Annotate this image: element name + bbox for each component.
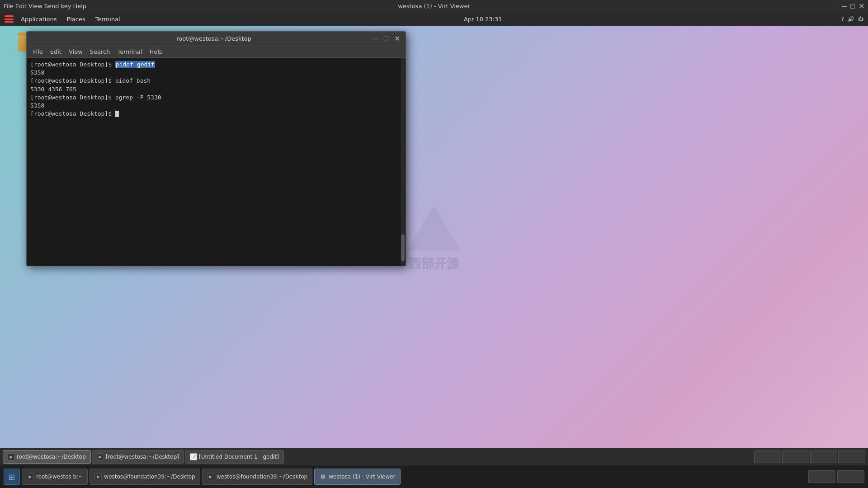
gnome-terminal-menu[interactable]: Terminal [91, 15, 125, 23]
taskbar-terminal2-btn[interactable]: ▶ [root@westosa:~/Desktop] [92, 450, 184, 464]
terminal-maximize-btn[interactable]: □ [381, 34, 391, 44]
taskbar-gedit-icon: 📝 [190, 453, 197, 460]
taskbar-empty3 [810, 450, 837, 463]
sys-virtviewer-icon: 🖥 [319, 473, 326, 480]
taskbar-terminal-label: root@westosa:~/Desktop [17, 454, 86, 460]
window-controls-right: ─ □ ✕ [842, 2, 864, 10]
sys-taskbar-right [808, 470, 864, 483]
gnome-datetime: Apr 10 23:31 [464, 16, 502, 23]
terminal-search-menu[interactable]: Search [86, 47, 114, 56]
window-menu-left: File Edit View Send key Help [4, 3, 86, 9]
terminal-file-menu[interactable]: File [29, 47, 47, 56]
send-key-menu[interactable]: Send key [44, 3, 71, 9]
close-window-btn[interactable]: ✕ [859, 2, 864, 10]
terminal-line-2: 5358 [30, 69, 402, 77]
sys-terminal-icon3: ▶ [207, 473, 214, 480]
gnome-help-icon[interactable]: ? [841, 16, 844, 22]
terminal-close-btn[interactable]: ✕ [392, 34, 402, 44]
watermark: 西部开源 [407, 206, 461, 272]
help-menu[interactable]: Help [73, 3, 86, 9]
gnome-volume-icon[interactable]: 🔊 [848, 16, 854, 22]
file-menu[interactable]: File [4, 3, 14, 9]
sys-taskbar-label1: root@westos b:~ [36, 474, 83, 480]
start-icon: ⊞ [8, 472, 15, 482]
taskbar-terminal-btn[interactable]: ▶ root@westosa:~/Desktop [3, 450, 91, 464]
sys-taskbar-label4: westosa (1) - Virt Viewer [329, 474, 395, 480]
terminal-minimize-btn[interactable]: ─ [370, 34, 380, 44]
terminal-title: root@westosa:~/Desktop [57, 35, 370, 42]
view-menu[interactable]: View [28, 3, 42, 9]
gnome-places-menu[interactable]: Places [62, 15, 90, 23]
taskbar-terminal2-icon: ▶ [97, 453, 104, 460]
terminal-cursor [115, 111, 119, 117]
terminal-scrollbar[interactable] [401, 58, 405, 266]
gnome-bar-right: ? 🔊 ⏻ [841, 16, 863, 22]
system-taskbar: ⊞ ▶ root@westos b:~ ▶ westos@foundation3… [0, 465, 868, 488]
gnome-bar-left: Applications Places Terminal [5, 15, 125, 23]
terminal-line-5: [root@westosa Desktop]$ pgrep -P 5330 [30, 94, 402, 102]
taskbar-gedit-label: [Untitled Document 1 - gedit] [199, 454, 279, 460]
sys-taskbar-btn4[interactable]: 🖥 westosa (1) - Virt Viewer [314, 469, 400, 485]
taskbar-empty4 [838, 450, 865, 463]
edit-menu[interactable]: Edit [15, 3, 27, 9]
sys-terminal-icon2: ▶ [94, 473, 102, 480]
taskbar-empty2 [782, 450, 809, 463]
terminal-scrollbar-thumb[interactable] [401, 234, 405, 261]
minimize-window-btn[interactable]: ─ [842, 2, 847, 10]
terminal-line-6: 5358 [30, 102, 402, 110]
sys-taskbar-btn3[interactable]: ▶ westos@foundation39:~/Desktop [202, 469, 312, 485]
sys-empty2 [837, 470, 864, 483]
gnome-top-bar: Applications Places Terminal Apr 10 23:3… [0, 12, 868, 26]
terminal-line-4: 5330 4356 765 [30, 85, 402, 94]
terminal-edit-menu[interactable]: Edit [47, 47, 65, 56]
start-button[interactable]: ⊞ [4, 469, 20, 485]
window-title-bar: File Edit View Send key Help westosa (1)… [0, 0, 868, 12]
terminal-help-menu[interactable]: Help [146, 47, 166, 56]
terminal-content[interactable]: [root@westosa Desktop]$ pidof gedit 5358… [27, 58, 406, 266]
terminal-line-1: [root@westosa Desktop]$ pidof gedit [30, 61, 402, 69]
sys-taskbar-btn2[interactable]: ▶ westos@foundation39:~/Desktop [90, 469, 200, 485]
gnome-apps-icon [5, 15, 14, 23]
terminal-window: root@westosa:~/Desktop ─ □ ✕ File Edit V… [26, 31, 406, 266]
desktop-taskbar: ▶ root@westosa:~/Desktop ▶ [root@westosa… [0, 448, 868, 465]
sys-empty1 [808, 470, 835, 483]
taskbar-terminal-icon: ▶ [8, 453, 15, 460]
terminal-menubar: File Edit View Search Terminal Help [27, 46, 406, 58]
desktop: Applications Places Terminal Apr 10 23:3… [0, 12, 868, 465]
sys-taskbar-label3: westos@foundation39:~/Desktop [217, 474, 307, 480]
taskbar-gedit-btn[interactable]: 📝 [Untitled Document 1 - gedit] [185, 450, 284, 464]
gnome-applications-menu[interactable]: Applications [16, 15, 61, 23]
terminal-window-buttons: ─ □ ✕ [370, 34, 402, 44]
terminal-view-menu[interactable]: View [65, 47, 86, 56]
terminal-line-3: [root@westosa Desktop]$ pidof bash [30, 77, 402, 85]
watermark-text: 西部开源 [407, 255, 461, 272]
gnome-power-icon[interactable]: ⏻ [858, 16, 863, 22]
terminal-titlebar: root@westosa:~/Desktop ─ □ ✕ [27, 32, 406, 46]
sys-taskbar-label2: westos@foundation39:~/Desktop [104, 474, 195, 480]
terminal-line-7: [root@westosa Desktop]$ [30, 110, 402, 118]
watermark-triangle [407, 206, 461, 251]
window-title-center: westosa (1) - Virt Viewer [398, 3, 470, 9]
taskbar-terminal2-label: [root@westosa:~/Desktop] [106, 454, 179, 460]
restore-window-btn[interactable]: □ [850, 2, 855, 10]
terminal-terminal-menu[interactable]: Terminal [113, 47, 146, 56]
taskbar-empty1 [754, 450, 781, 463]
sys-terminal-icon1: ▶ [27, 473, 34, 480]
sys-taskbar-btn1[interactable]: ▶ root@westos b:~ [22, 469, 88, 485]
